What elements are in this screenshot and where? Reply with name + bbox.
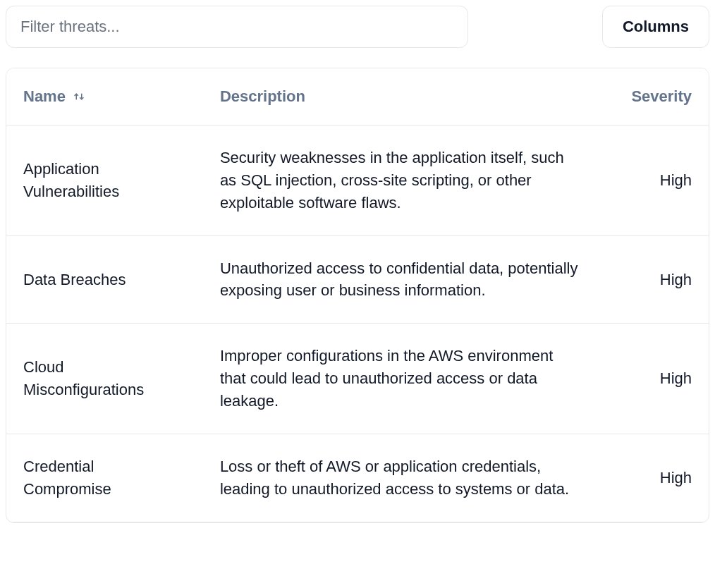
cell-name: Application Vulnerabilities: [6, 125, 203, 235]
column-header-severity[interactable]: Severity: [597, 68, 709, 125]
column-header-name[interactable]: Name: [6, 68, 203, 125]
table-row[interactable]: Data Breaches Unauthorized access to con…: [6, 235, 709, 324]
cell-severity: High: [597, 434, 709, 522]
cell-name: Data Breaches: [6, 235, 203, 324]
filter-threats-input[interactable]: [6, 6, 468, 48]
cell-severity: High: [597, 125, 709, 235]
table-row[interactable]: Cloud Misconfigurations Improper configu…: [6, 324, 709, 434]
sort-icon: [73, 90, 85, 103]
cell-severity: High: [597, 324, 709, 434]
threats-table-container: Name Description: [6, 68, 709, 523]
column-header-severity-label: Severity: [631, 87, 692, 105]
cell-severity: High: [597, 235, 709, 324]
table-row[interactable]: Application Vulnerabilities Security wea…: [6, 125, 709, 235]
table-header-row: Name Description: [6, 68, 709, 125]
column-header-name-label: Name: [23, 85, 66, 108]
cell-description: Loss or theft of AWS or application cred…: [203, 434, 597, 522]
cell-description: Improper configurations in the AWS envir…: [203, 324, 597, 434]
column-header-description-label: Description: [220, 87, 305, 105]
cell-description: Unauthorized access to confidential data…: [203, 235, 597, 324]
columns-button[interactable]: Columns: [602, 6, 709, 48]
threats-table: Name Description: [6, 68, 709, 522]
cell-name: Cloud Misconfigurations: [6, 324, 203, 434]
table-row[interactable]: Credential Compromise Loss or theft of A…: [6, 434, 709, 522]
cell-name: Credential Compromise: [6, 434, 203, 522]
toolbar: Columns: [6, 6, 709, 48]
column-header-description[interactable]: Description: [203, 68, 597, 125]
table-body: Application Vulnerabilities Security wea…: [6, 125, 709, 522]
cell-description: Security weaknesses in the application i…: [203, 125, 597, 235]
